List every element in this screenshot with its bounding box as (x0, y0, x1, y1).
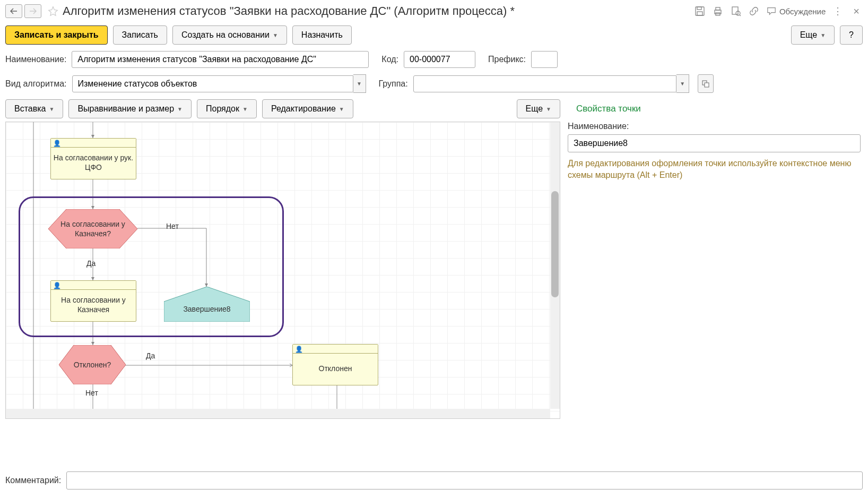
svg-rect-6 (732, 7, 738, 14)
scrollbar-vertical[interactable] (550, 122, 560, 409)
chevron-down-icon: ▼ (820, 32, 826, 38)
node-treasurer[interactable]: 👤 На согласовании у Казначея (50, 280, 136, 322)
canvas-more-label: Еще (526, 104, 543, 114)
user-icon: 👤 (53, 282, 61, 289)
name-input[interactable] (72, 51, 369, 68)
side-name-input[interactable] (568, 134, 861, 152)
algo-type-select[interactable]: ▼ (72, 74, 366, 93)
canvas-more-button[interactable]: Еще▼ (517, 99, 560, 118)
prefix-label: Префикс: (488, 55, 526, 64)
nav-back-button[interactable] (5, 4, 22, 18)
side-panel-title: Свойства точки (576, 104, 863, 114)
user-icon: 👤 (295, 346, 303, 353)
header-actions: Обсуждение ⋮ × (695, 5, 863, 18)
node-end8[interactable]: Завершение8 (164, 287, 250, 322)
code-label: Код: (381, 55, 398, 64)
link-icon[interactable] (749, 6, 759, 16)
discuss-label: Обсуждение (779, 7, 826, 16)
chevron-down-icon: ▼ (339, 106, 344, 112)
node-treasurer-label: На согласовании у Казначея (51, 288, 136, 314)
chevron-down-icon: ▼ (242, 106, 248, 112)
save-close-button[interactable]: Записать и закрыть (5, 25, 108, 45)
svg-rect-2 (697, 12, 702, 15)
svg-rect-1 (697, 7, 701, 10)
form-row-1: Наименование: Код: Префикс: (0, 48, 868, 71)
group-select[interactable]: ▼ (413, 74, 689, 93)
svg-rect-10 (705, 83, 709, 87)
save-button[interactable]: Записать (113, 25, 167, 45)
algo-type-input[interactable] (72, 75, 353, 92)
edit-label: Редактирование (271, 104, 336, 114)
favorite-icon[interactable] (48, 6, 58, 16)
chevron-down-icon: ▼ (49, 106, 54, 112)
name-label: Наименование: (5, 55, 66, 64)
group-open-button[interactable] (698, 74, 714, 93)
align-button[interactable]: Выравнивание и размер▼ (68, 99, 192, 118)
node-rejected[interactable]: 👤 Отклонен (292, 344, 378, 385)
algo-type-dropdown-button[interactable]: ▼ (353, 74, 366, 93)
more-button[interactable]: Еще▼ (791, 25, 835, 45)
align-label: Выравнивание и размер (77, 104, 174, 114)
node-approval-cfo[interactable]: 👤 На согласовании у рук. ЦФО (50, 138, 136, 179)
edge-label-yes-2: Да (146, 351, 155, 360)
main-area: 👤 На согласовании у рук. ЦФО На согласов… (0, 122, 868, 419)
nav-forward-button[interactable] (24, 4, 41, 18)
save-icon[interactable] (695, 6, 705, 16)
help-button[interactable]: ? (840, 25, 863, 45)
main-toolbar: Записать и закрыть Записать Создать на о… (0, 22, 868, 48)
edit-button[interactable]: Редактирование▼ (262, 99, 353, 118)
create-from-button[interactable]: Создать на основании▼ (172, 25, 287, 45)
discuss-button[interactable]: Обсуждение (767, 6, 826, 16)
more-icon[interactable]: ⋮ (833, 5, 843, 17)
more-label: Еще (800, 30, 818, 40)
order-label: Порядок (206, 104, 239, 114)
side-name-label: Наименование: (568, 122, 861, 131)
order-button[interactable]: Порядок▼ (197, 99, 257, 118)
scrollbar-horizontal[interactable] (6, 409, 550, 418)
edge-label-yes: Да (86, 259, 96, 268)
node-rejected-label: Отклонен (317, 356, 354, 373)
canvas-wrapper: 👤 На согласовании у рук. ЦФО На согласов… (5, 122, 560, 419)
header: Алгоритм изменения статусов "Заявки на р… (0, 0, 868, 22)
report-icon[interactable] (731, 6, 741, 16)
group-input[interactable] (413, 75, 676, 92)
insert-label: Вставка (14, 104, 46, 114)
scrollbar-thumb[interactable] (551, 191, 559, 297)
print-icon[interactable] (713, 6, 723, 16)
node-approval-cfo-label: На согласовании у рук. ЦФО (51, 145, 136, 172)
group-dropdown-button[interactable]: ▼ (676, 74, 689, 93)
node-rejected-question[interactable]: Отклонен? (59, 345, 126, 384)
close-icon[interactable]: × (850, 5, 863, 18)
form-row-2: Вид алгоритма: ▼ Группа: ▼ (0, 71, 868, 96)
chevron-down-icon: ▼ (177, 106, 183, 112)
assign-button[interactable]: Назначить (292, 25, 352, 45)
chevron-down-icon: ▼ (273, 32, 278, 38)
create-from-label: Создать на основании (181, 30, 270, 40)
algo-type-label: Вид алгоритма: (5, 79, 67, 89)
node-rejected-question-label: Отклонен? (74, 360, 111, 369)
node-treasurer-question[interactable]: На согласовании у Казначея? (48, 209, 137, 248)
flowchart-canvas[interactable]: 👤 На согласовании у рук. ЦФО На согласов… (6, 122, 560, 418)
comment-label: Комментарий: (5, 476, 61, 485)
prefix-input[interactable] (531, 51, 558, 68)
svg-line-8 (740, 15, 741, 16)
side-hint: Для редактирования оформления точки испо… (568, 158, 861, 182)
user-icon: 👤 (53, 140, 61, 147)
svg-rect-4 (716, 7, 720, 10)
group-label: Группа: (379, 79, 408, 89)
comment-input[interactable] (66, 471, 863, 490)
code-input[interactable] (404, 51, 475, 68)
edge-label-no: Нет (166, 222, 179, 230)
chevron-down-icon: ▼ (546, 106, 551, 112)
node-end8-label: Завершение8 (183, 295, 230, 313)
comment-row: Комментарий: (0, 466, 868, 495)
edge-label-no-2: Нет (85, 389, 98, 397)
side-panel: Наименование: Для редактирования оформле… (566, 122, 863, 419)
page-title: Алгоритм изменения статусов "Заявки на р… (63, 4, 695, 18)
insert-button[interactable]: Вставка▼ (5, 99, 63, 118)
canvas-toolbar: Вставка▼ Выравнивание и размер▼ Порядок▼… (0, 96, 868, 122)
node-treasurer-question-label: На согласовании у Казначея? (48, 219, 137, 238)
